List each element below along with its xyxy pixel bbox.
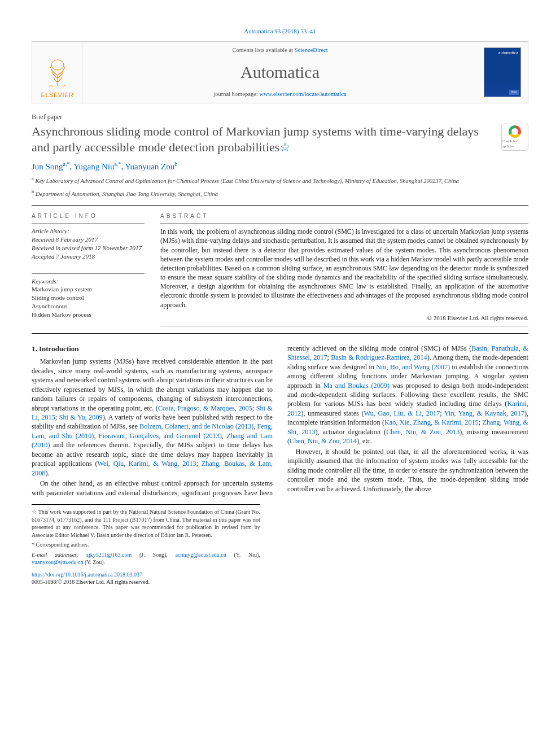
paper-title: Asynchronous sliding mode control of Mar… xyxy=(32,124,495,155)
author-list: Jun Songa,*, Yugang Niua,*, Yuanyuan Zou… xyxy=(32,160,528,172)
author-link[interactable]: Yugang Niu xyxy=(73,162,114,171)
citation-link[interactable]: Yin, Yang, & Kaynak, 2017 xyxy=(444,409,524,417)
corr-marker-icon: * xyxy=(32,541,34,548)
citation-link[interactable]: Automatica 93 (2018) 33–41 xyxy=(244,28,316,34)
crossmark-label: Check for updates xyxy=(502,139,528,150)
email-link[interactable]: yuanyzou@sjtu.edu.cn xyxy=(32,559,83,565)
journal-cover-thumbnail: automatica IFAC xyxy=(484,47,521,97)
doi-link[interactable]: https://doi.org/10.1016/j.automatica.201… xyxy=(32,571,142,578)
elsevier-logo-icon xyxy=(43,58,72,89)
sciencedirect-link[interactable]: ScienceDirect xyxy=(295,47,328,53)
citation-link[interactable]: Wu, Gao, Liu, & Li, 2017 xyxy=(364,409,440,417)
email-link[interactable]: acniuyg@ecust.edu.cn xyxy=(176,552,226,558)
contents-line: Contents lists available at ScienceDirec… xyxy=(85,46,475,54)
abstract-heading: ABSTRACT xyxy=(160,212,528,220)
article-type: Brief paper xyxy=(32,112,528,121)
history-item: Accepted 7 January 2018 xyxy=(32,252,145,261)
citation-link[interactable]: Costa, Fragoso, & Marques, 2005 xyxy=(158,404,252,412)
citation-link[interactable]: Ma and Boukas (2009) xyxy=(323,382,390,390)
doi-block: https://doi.org/10.1016/j.automatica.201… xyxy=(32,571,528,586)
keyword: Hidden Markov process xyxy=(32,311,145,319)
citation-link[interactable]: Fioravant, Gonçalves, and Geromel (2013) xyxy=(99,432,222,440)
svg-point-1 xyxy=(51,60,64,70)
keyword: Markovian jump system xyxy=(32,285,145,294)
citation-link[interactable]: Basin & Rodríguez-Ramírez, 2014 xyxy=(331,353,427,361)
citation-link[interactable]: Chen, Niu, & Zou, 2014 xyxy=(290,437,357,445)
journal-homepage-link[interactable]: www.elsevier.com/locate/automatica xyxy=(259,91,346,97)
citation-link[interactable]: Bolzern, Colaneri, and de Nicolao (2013) xyxy=(139,422,253,430)
affiliation: a Key Laboratory of Advanced Control and… xyxy=(32,176,528,185)
crossmark-icon xyxy=(509,125,521,138)
citation-link[interactable]: Kao, Xie, Zhang, & Karimi, 2015 xyxy=(384,418,479,426)
journal-name: Automatica xyxy=(85,61,475,84)
article-info-column: ARTICLE INFO Article history: Received 8… xyxy=(32,212,145,326)
section-heading: 1. Introduction xyxy=(32,344,273,354)
citation-link[interactable]: Chen, Niu, & Zou, 2013 xyxy=(386,428,460,436)
footnote-marker-icon: ☆ xyxy=(32,509,37,515)
footnotes: ☆ This work was supported in part by the… xyxy=(32,504,260,566)
citation-link[interactable]: Wei, Qiu, Karimi, & Wang, 2013 xyxy=(98,460,196,468)
journal-banner: ELSEVIER Contents lists available at Sci… xyxy=(32,41,528,103)
keywords-label: Keywords: xyxy=(32,277,145,286)
abstract-text: In this work, the problem of asynchronou… xyxy=(160,227,528,309)
abstract-copyright: © 2018 Elsevier Ltd. All rights reserved… xyxy=(160,314,528,322)
citation-link[interactable]: Shi & Yu, 2009 xyxy=(59,413,103,421)
homepage-line: journal homepage: www.elsevier.com/locat… xyxy=(85,90,475,98)
citation-header: Automatica 93 (2018) 33–41 xyxy=(32,27,528,36)
keyword: Asynchronous xyxy=(32,302,145,311)
issn-copyright: 0005-1098/© 2018 Elsevier Ltd. All right… xyxy=(32,579,150,585)
author-link[interactable]: Jun Song xyxy=(32,162,63,171)
history-item: Received in revised form 12 November 201… xyxy=(32,244,145,252)
body-paragraph: However, it should be pointed out that, … xyxy=(287,447,528,493)
author-link[interactable]: Yuanyuan Zou xyxy=(125,162,174,171)
affiliation: b Department of Automation, Shanghai Jia… xyxy=(32,189,528,198)
keyword: Sliding mode control xyxy=(32,294,145,302)
crossmark-button[interactable]: Check for updates xyxy=(501,124,528,151)
publisher-name: ELSEVIER xyxy=(41,91,74,99)
email-link[interactable]: sjky5211@163.com xyxy=(86,552,132,558)
body-paragraph: Markovian jump systems (MJSs) have recei… xyxy=(32,357,273,478)
article-info-heading: ARTICLE INFO xyxy=(32,212,145,220)
article-body: 1. Introduction Markovian jump systems (… xyxy=(32,344,528,498)
email-label: E-mail addresses: xyxy=(32,552,86,558)
title-footnote-marker: ☆ xyxy=(279,140,291,154)
history-item: Received 8 February 2017 xyxy=(32,235,145,244)
abstract-column: ABSTRACT In this work, the problem of as… xyxy=(160,212,528,326)
publisher-block: ELSEVIER xyxy=(32,42,83,103)
history-label: Article history: xyxy=(32,227,145,235)
citation-link[interactable]: Niu, Ho, and Wang (2007) xyxy=(376,363,450,371)
